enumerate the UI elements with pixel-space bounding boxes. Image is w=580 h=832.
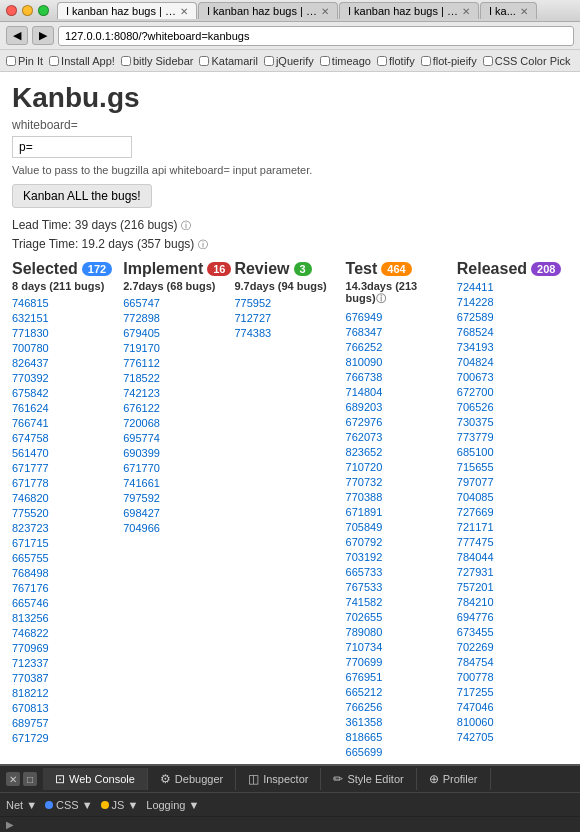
bug-link-715655[interactable]: 715655 — [457, 461, 494, 473]
bug-link-775520[interactable]: 775520 — [12, 507, 49, 519]
bug-link-741582[interactable]: 741582 — [346, 596, 383, 608]
bug-link-746815[interactable]: 746815 — [12, 297, 49, 309]
bug-link-670792[interactable]: 670792 — [346, 536, 383, 548]
bug-link-702655[interactable]: 702655 — [346, 611, 383, 623]
logging-filter[interactable]: Logging ▼ — [146, 799, 199, 811]
bug-link-773779[interactable]: 773779 — [457, 431, 494, 443]
bug-link-706526[interactable]: 706526 — [457, 401, 494, 413]
bug-link-665212[interactable]: 665212 — [346, 686, 383, 698]
bug-link-761624[interactable]: 761624 — [12, 402, 49, 414]
bug-link-823723[interactable]: 823723 — [12, 522, 49, 534]
bug-link-689203[interactable]: 689203 — [346, 401, 383, 413]
bug-link-719170[interactable]: 719170 — [123, 342, 160, 354]
bug-link-772898[interactable]: 772898 — [123, 312, 160, 324]
bug-link-700673[interactable]: 700673 — [457, 371, 494, 383]
bug-link-672700[interactable]: 672700 — [457, 386, 494, 398]
bug-link-727669[interactable]: 727669 — [457, 506, 494, 518]
bug-link-823652[interactable]: 823652 — [346, 446, 383, 458]
kanban-button[interactable]: Kanban ALL the bugs! — [12, 184, 152, 208]
bug-link-690399[interactable]: 690399 — [123, 447, 160, 459]
bug-link-665746[interactable]: 665746 — [12, 597, 49, 609]
bug-link-777475[interactable]: 777475 — [457, 536, 494, 548]
minimize-button[interactable] — [22, 5, 33, 16]
bug-link-766252[interactable]: 766252 — [346, 341, 383, 353]
bug-link-671770[interactable]: 671770 — [123, 462, 160, 474]
maximize-button[interactable] — [38, 5, 49, 16]
bookmark-1[interactable]: Install App! — [49, 55, 115, 67]
bug-link-685100[interactable]: 685100 — [457, 446, 494, 458]
bug-link-770387[interactable]: 770387 — [12, 672, 49, 684]
bug-link-776112[interactable]: 776112 — [123, 357, 160, 369]
bug-link-671778[interactable]: 671778 — [12, 477, 49, 489]
bug-link-717255[interactable]: 717255 — [457, 686, 494, 698]
bug-link-774383[interactable]: 774383 — [234, 327, 271, 339]
bug-link-665755[interactable]: 665755 — [12, 552, 49, 564]
bug-link-665747[interactable]: 665747 — [123, 297, 160, 309]
bug-link-712727[interactable]: 712727 — [234, 312, 271, 324]
bug-link-770969[interactable]: 770969 — [12, 642, 49, 654]
bug-link-770699[interactable]: 770699 — [346, 656, 383, 668]
devtools-dock[interactable]: □ — [23, 772, 37, 786]
bookmark-3[interactable]: Katamaril — [199, 55, 257, 67]
bug-link-766741[interactable]: 766741 — [12, 417, 49, 429]
bug-link-767533[interactable]: 767533 — [346, 581, 383, 593]
bug-link-757201[interactable]: 757201 — [457, 581, 494, 593]
bug-link-704824[interactable]: 704824 — [457, 356, 494, 368]
browser-tab-0[interactable]: I kanban haz bugs | Kanbu.gs✕ — [57, 2, 197, 19]
bug-link-797077[interactable]: 797077 — [457, 476, 494, 488]
bug-link-679405[interactable]: 679405 — [123, 327, 160, 339]
bug-link-710734[interactable]: 710734 — [346, 641, 383, 653]
bug-link-747046[interactable]: 747046 — [457, 701, 494, 713]
bug-link-702269[interactable]: 702269 — [457, 641, 494, 653]
bug-link-671891[interactable]: 671891 — [346, 506, 383, 518]
bug-link-746822[interactable]: 746822 — [12, 627, 49, 639]
bug-link-789080[interactable]: 789080 — [346, 626, 383, 638]
bug-link-768498[interactable]: 768498 — [12, 567, 49, 579]
triage-time-info-icon[interactable]: ⓘ — [198, 239, 208, 250]
bug-link-689757[interactable]: 689757 — [12, 717, 49, 729]
bug-link-671777[interactable]: 671777 — [12, 462, 49, 474]
bookmark-8[interactable]: CSS Color Pick — [483, 55, 571, 67]
js-filter[interactable]: JS ▼ — [101, 799, 139, 811]
bug-link-700780[interactable]: 700780 — [12, 342, 49, 354]
bug-link-810090[interactable]: 810090 — [346, 356, 383, 368]
devtools-tab-style-editor[interactable]: ✏Style Editor — [321, 768, 416, 790]
bug-link-718522[interactable]: 718522 — [123, 372, 160, 384]
bug-link-671715[interactable]: 671715 — [12, 537, 49, 549]
bug-link-665733[interactable]: 665733 — [346, 566, 383, 578]
browser-tab-2[interactable]: I kanban haz bugs | Kanbu.gs✕ — [339, 2, 479, 19]
bug-link-762073[interactable]: 762073 — [346, 431, 383, 443]
bug-link-770392[interactable]: 770392 — [12, 372, 49, 384]
bug-link-742123[interactable]: 742123 — [123, 387, 160, 399]
bug-link-720068[interactable]: 720068 — [123, 417, 160, 429]
bug-link-676951[interactable]: 676951 — [346, 671, 383, 683]
bug-link-724411[interactable]: 724411 — [457, 281, 494, 293]
bookmark-4[interactable]: jQuerify — [264, 55, 314, 67]
whiteboard-input[interactable] — [12, 136, 132, 158]
bug-link-703192[interactable]: 703192 — [346, 551, 383, 563]
close-button[interactable] — [6, 5, 17, 16]
bug-link-775952[interactable]: 775952 — [234, 297, 271, 309]
bug-link-810060[interactable]: 810060 — [457, 716, 494, 728]
devtools-tab-debugger[interactable]: ⚙Debugger — [148, 768, 236, 790]
bug-link-746820[interactable]: 746820 — [12, 492, 49, 504]
bug-link-784044[interactable]: 784044 — [457, 551, 494, 563]
bug-link-730375[interactable]: 730375 — [457, 416, 494, 428]
bug-link-797592[interactable]: 797592 — [123, 492, 160, 504]
status-arrow[interactable]: ▶ — [6, 819, 14, 830]
bug-link-704966[interactable]: 704966 — [123, 522, 160, 534]
bug-link-705849[interactable]: 705849 — [346, 521, 383, 533]
bug-link-766738[interactable]: 766738 — [346, 371, 383, 383]
bug-link-734193[interactable]: 734193 — [457, 341, 494, 353]
bug-link-673455[interactable]: 673455 — [457, 626, 494, 638]
bug-link-676122[interactable]: 676122 — [123, 402, 160, 414]
bookmark-5[interactable]: timeago — [320, 55, 371, 67]
css-filter[interactable]: CSS ▼ — [45, 799, 93, 811]
devtools-close[interactable]: ✕ — [6, 772, 20, 786]
bug-link-714804[interactable]: 714804 — [346, 386, 383, 398]
bug-link-741661[interactable]: 741661 — [123, 477, 160, 489]
bug-link-674758[interactable]: 674758 — [12, 432, 49, 444]
bug-link-826437[interactable]: 826437 — [12, 357, 49, 369]
bug-link-721171[interactable]: 721171 — [457, 521, 494, 533]
forward-button[interactable]: ▶ — [32, 26, 54, 45]
